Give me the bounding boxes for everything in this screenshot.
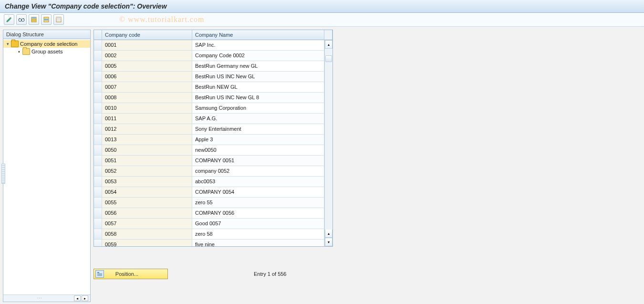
position-button-label: Position...: [115, 271, 138, 277]
cell-company-code[interactable]: 0053: [102, 177, 192, 187]
cell-company-name[interactable]: COMPANY 0054: [192, 187, 324, 197]
row-selector[interactable]: [94, 124, 102, 134]
cell-company-code[interactable]: 0013: [102, 135, 192, 145]
table-row: 0002Company Code 0002: [94, 51, 324, 61]
row-selector[interactable]: [94, 51, 102, 61]
row-selector[interactable]: [94, 177, 102, 187]
scroll-up-page-button[interactable]: ▴: [325, 230, 332, 238]
dialog-structure-header: Dialog Structure: [3, 30, 90, 39]
cell-company-code[interactable]: 0008: [102, 93, 192, 103]
row-selector[interactable]: [94, 135, 102, 145]
cell-company-code[interactable]: 0050: [102, 145, 192, 155]
table-row: 0001SAP Inc.: [94, 40, 324, 51]
row-selector[interactable]: [94, 187, 102, 197]
cell-company-name[interactable]: SAP A.G.: [192, 114, 324, 124]
table-header-company-code[interactable]: Company code: [102, 30, 192, 40]
row-selector[interactable]: [94, 208, 102, 218]
cell-company-code[interactable]: 0007: [102, 82, 192, 92]
table-header-selector[interactable]: [94, 30, 102, 40]
row-selector[interactable]: [94, 198, 102, 208]
cell-company-code[interactable]: 0010: [102, 103, 192, 113]
scroll-right-button[interactable]: ▸: [82, 295, 88, 301]
cell-company-code[interactable]: 0058: [102, 229, 192, 239]
table-footer: Position... Entry 1 of 556: [93, 269, 641, 279]
row-selector[interactable]: [94, 103, 102, 113]
row-selector[interactable]: [94, 156, 102, 166]
toolbar-display-change-button[interactable]: [4, 14, 14, 25]
select-block-icon: [43, 17, 49, 22]
cell-company-code[interactable]: 0005: [102, 61, 192, 71]
cell-company-code[interactable]: 0002: [102, 51, 192, 61]
cell-company-name[interactable]: zero 58: [192, 229, 324, 239]
tree-node-company-code-selection[interactable]: ▾ Company code selection: [3, 40, 90, 48]
cell-company-name[interactable]: new0050: [192, 145, 324, 155]
cell-company-name[interactable]: Good 0057: [192, 219, 324, 229]
cell-company-name[interactable]: BestRun NEW GL: [192, 82, 324, 92]
row-selector[interactable]: [94, 229, 102, 239]
svg-rect-10: [56, 19, 61, 20]
table-vertical-scrollbar: ▴ ▴ ▾: [324, 40, 332, 246]
tree-node-group-assets[interactable]: • Group assets: [3, 48, 90, 55]
cell-company-code[interactable]: 0011: [102, 114, 192, 124]
table-row: 0052company 0052: [94, 166, 324, 177]
cell-company-code[interactable]: 0052: [102, 166, 192, 176]
scroll-up-button[interactable]: ▴: [325, 40, 332, 49]
cell-company-name[interactable]: BestRun Germany new GL: [192, 61, 324, 71]
toolbar-select-all-button[interactable]: [29, 14, 39, 25]
row-selector[interactable]: [94, 240, 102, 246]
cell-company-name[interactable]: five nine: [192, 240, 324, 246]
cell-company-code[interactable]: 0056: [102, 208, 192, 218]
row-selector[interactable]: [94, 166, 102, 176]
row-selector[interactable]: [94, 93, 102, 103]
splitter-handle[interactable]: [1, 164, 5, 184]
table-row: 0008BestRun US INC New GL 8: [94, 93, 324, 103]
table-header-company-name[interactable]: Company Name: [192, 30, 324, 40]
row-selector[interactable]: [94, 61, 102, 71]
cell-company-name[interactable]: Samsung Corporation: [192, 103, 324, 113]
cell-company-name[interactable]: BestRun US INC New GL 8: [192, 93, 324, 103]
scroll-grip-icon[interactable]: ⋯: [5, 295, 73, 302]
cell-company-name[interactable]: Company Code 0002: [192, 51, 324, 61]
svg-rect-7: [44, 19, 49, 21]
row-selector[interactable]: [94, 114, 102, 124]
row-selector[interactable]: [94, 82, 102, 92]
scroll-left-button[interactable]: ◂: [74, 295, 81, 301]
cell-company-code[interactable]: 0006: [102, 72, 192, 82]
cell-company-name[interactable]: Sony Entertainment: [192, 124, 324, 134]
dialog-structure-tree: ▾ Company code selection • Group assets: [3, 39, 90, 294]
row-selector[interactable]: [94, 72, 102, 82]
toolbar-select-block-button[interactable]: [41, 14, 52, 25]
svg-rect-16: [97, 275, 102, 276]
cell-company-code[interactable]: 0001: [102, 40, 192, 50]
cell-company-name[interactable]: COMPANY 0056: [192, 208, 324, 218]
toolbar-change-button[interactable]: [16, 14, 27, 25]
row-selector[interactable]: [94, 219, 102, 229]
scroll-down-button[interactable]: ▾: [325, 238, 332, 246]
cell-company-code[interactable]: 0012: [102, 124, 192, 134]
row-selector[interactable]: [94, 145, 102, 155]
scroll-track[interactable]: [325, 49, 332, 230]
cell-company-code[interactable]: 0055: [102, 198, 192, 208]
svg-rect-9: [56, 17, 61, 19]
cell-company-name[interactable]: abc0053: [192, 177, 324, 187]
cell-company-name[interactable]: zero 55: [192, 198, 324, 208]
cell-company-name[interactable]: SAP Inc.: [192, 40, 324, 50]
table-header-scroll-spacer: [324, 30, 332, 40]
cell-company-name[interactable]: BestRun US INC New GL: [192, 72, 324, 82]
expand-collapse-icon[interactable]: ▾: [5, 42, 10, 46]
cell-company-name[interactable]: COMPANY 0051: [192, 156, 324, 166]
table-row: 0057Good 0057: [94, 219, 324, 229]
cell-company-code[interactable]: 0051: [102, 156, 192, 166]
cell-company-code[interactable]: 0054: [102, 187, 192, 197]
scroll-thumb[interactable]: [325, 55, 332, 62]
cell-company-name[interactable]: Apple 3: [192, 135, 324, 145]
toolbar-deselect-all-button[interactable]: [53, 14, 64, 25]
row-selector[interactable]: [94, 40, 102, 50]
cell-company-code[interactable]: 0059: [102, 240, 192, 246]
position-button[interactable]: Position...: [93, 269, 168, 279]
select-all-icon: [31, 17, 37, 22]
cell-company-name[interactable]: company 0052: [192, 166, 324, 176]
table-row: 0055zero 55: [94, 198, 324, 208]
cell-company-code[interactable]: 0057: [102, 219, 192, 229]
svg-rect-11: [56, 21, 61, 21]
